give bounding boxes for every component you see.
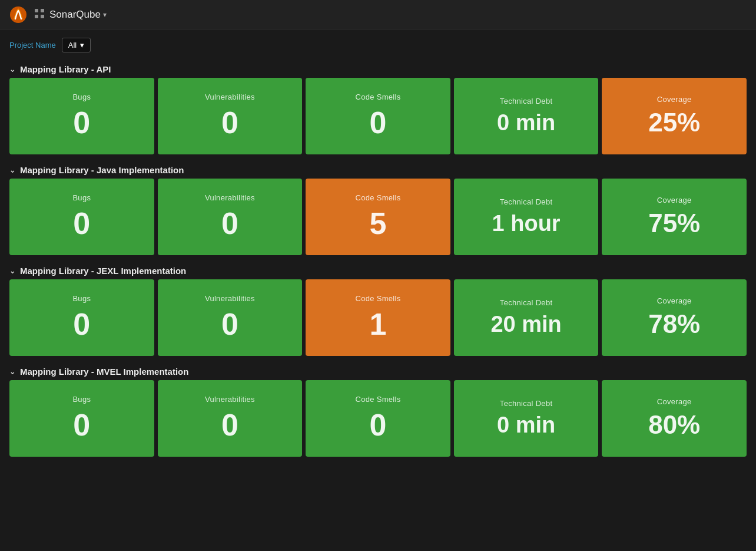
project-section-java: ⌄ Mapping Library - Java Implementation …: [9, 161, 747, 255]
project-name-java: Mapping Library - Java Implementation: [20, 165, 184, 175]
metric-label: Coverage: [657, 196, 692, 204]
metric-value: 1 hour: [492, 212, 561, 235]
project-header-java[interactable]: ⌄ Mapping Library - Java Implementation: [9, 161, 747, 179]
metric-card-mvel-code-smells: Code Smells 0: [306, 380, 450, 457]
metric-label: Vulnerabilities: [205, 395, 255, 404]
project-header-api[interactable]: ⌄ Mapping Library - API: [9, 61, 747, 78]
metric-label: Coverage: [657, 95, 692, 104]
header: SonarQube ▾: [0, 0, 756, 29]
metric-label: Code Smells: [355, 294, 400, 303]
metric-label: Code Smells: [355, 93, 400, 101]
project-section-mvel: ⌄ Mapping Library - MVEL Implementation …: [9, 363, 747, 457]
metric-value: 1: [370, 309, 387, 339]
metrics-grid-java: Bugs 0 Vulnerabilities 0 Code Smells 5 T…: [9, 179, 747, 255]
project-filter-dropdown[interactable]: All ▾: [62, 38, 91, 52]
project-chevron-java: ⌄: [9, 166, 15, 174]
metric-label: Bugs: [72, 395, 91, 404]
header-dropdown-chevron[interactable]: ▾: [103, 11, 107, 19]
projects-content: ⌄ Mapping Library - API Bugs 0 Vulnerabi…: [0, 61, 756, 473]
project-chevron-mvel: ⌄: [9, 368, 15, 376]
grid-icon: [34, 8, 45, 21]
metric-card-java-coverage: Coverage 75%: [602, 179, 747, 255]
toolbar: Project Name All ▾: [0, 29, 756, 61]
metrics-grid-mvel: Bugs 0 Vulnerabilities 0 Code Smells 0 T…: [9, 380, 747, 457]
metric-label: Vulnerabilities: [205, 294, 255, 303]
filter-value: All: [68, 41, 77, 50]
metric-value: 0: [370, 410, 387, 440]
project-name-api: Mapping Library - API: [20, 64, 111, 74]
metric-card-mvel-technical-debt: Technical Debt 0 min: [454, 380, 599, 457]
metric-value: 0 min: [497, 414, 555, 436]
metric-label: Technical Debt: [500, 298, 552, 307]
metric-value: 0: [73, 208, 90, 239]
metric-label: Vulnerabilities: [205, 193, 255, 202]
project-section-jexl: ⌄ Mapping Library - JEXL Implementation …: [9, 262, 747, 356]
metric-value: 75%: [648, 210, 700, 236]
metric-card-java-vulnerabilities: Vulnerabilities 0: [158, 179, 303, 255]
metric-card-java-technical-debt: Technical Debt 1 hour: [454, 179, 599, 255]
metric-value: 20 min: [490, 313, 561, 335]
metric-label: Bugs: [72, 93, 91, 101]
metric-value: 0 min: [497, 111, 555, 134]
metric-label: Coverage: [657, 397, 692, 406]
metric-card-jexl-bugs: Bugs 0: [9, 279, 154, 356]
metric-label: Coverage: [657, 296, 692, 305]
metric-card-jexl-vulnerabilities: Vulnerabilities 0: [158, 279, 303, 356]
metric-card-java-code-smells: Code Smells 5: [306, 179, 450, 255]
metric-value: 78%: [648, 311, 700, 337]
metric-value: 0: [370, 107, 387, 138]
metric-label: Code Smells: [355, 193, 400, 202]
metric-label: Bugs: [72, 193, 91, 202]
project-name-jexl: Mapping Library - JEXL Implementation: [20, 266, 186, 276]
metric-card-java-bugs: Bugs 0: [9, 179, 154, 255]
metric-value: 0: [221, 208, 238, 239]
project-chevron-jexl: ⌄: [9, 267, 15, 275]
metric-value: 5: [370, 208, 387, 239]
metric-value: 0: [221, 107, 238, 138]
metric-value: 25%: [648, 110, 700, 136]
svg-rect-1: [35, 9, 38, 12]
svg-rect-3: [35, 15, 38, 18]
sonarqube-logo-icon: [9, 6, 27, 24]
metric-label: Bugs: [72, 294, 91, 303]
svg-rect-4: [41, 15, 44, 18]
metric-card-api-code-smells: Code Smells 0: [306, 78, 450, 154]
metric-card-jexl-technical-debt: Technical Debt 20 min: [454, 279, 599, 356]
metric-value: 0: [73, 410, 90, 440]
project-section-api: ⌄ Mapping Library - API Bugs 0 Vulnerabi…: [9, 61, 747, 154]
metric-label: Vulnerabilities: [205, 93, 255, 101]
filter-label: Project Name: [9, 41, 56, 50]
metric-value: 0: [73, 309, 90, 339]
metric-card-jexl-coverage: Coverage 78%: [602, 279, 747, 356]
metric-card-api-bugs: Bugs 0: [9, 78, 154, 154]
metric-card-api-technical-debt: Technical Debt 0 min: [454, 78, 599, 154]
metrics-grid-jexl: Bugs 0 Vulnerabilities 0 Code Smells 1 T…: [9, 279, 747, 356]
metric-card-mvel-vulnerabilities: Vulnerabilities 0: [158, 380, 303, 457]
project-header-jexl[interactable]: ⌄ Mapping Library - JEXL Implementation: [9, 262, 747, 279]
metric-value: 0: [221, 309, 238, 339]
metric-card-jexl-code-smells: Code Smells 1: [306, 279, 450, 356]
svg-rect-2: [41, 9, 44, 12]
project-chevron-api: ⌄: [9, 65, 15, 74]
metric-card-api-vulnerabilities: Vulnerabilities 0: [158, 78, 303, 154]
metric-card-mvel-bugs: Bugs 0: [9, 380, 154, 457]
metric-label: Code Smells: [355, 395, 400, 404]
metric-card-mvel-coverage: Coverage 80%: [602, 380, 747, 457]
metric-label: Technical Debt: [500, 97, 552, 105]
metric-label: Technical Debt: [500, 399, 552, 408]
metric-value: 80%: [648, 412, 700, 438]
project-name-mvel: Mapping Library - MVEL Implementation: [20, 367, 188, 377]
metrics-grid-api: Bugs 0 Vulnerabilities 0 Code Smells 0 T…: [9, 78, 747, 154]
app-title: SonarQube: [49, 9, 101, 21]
filter-chevron: ▾: [80, 41, 84, 50]
metric-value: 0: [221, 410, 238, 440]
metric-label: Technical Debt: [500, 197, 552, 206]
project-header-mvel[interactable]: ⌄ Mapping Library - MVEL Implementation: [9, 363, 747, 380]
metric-card-api-coverage: Coverage 25%: [602, 78, 747, 154]
metric-value: 0: [73, 107, 90, 138]
